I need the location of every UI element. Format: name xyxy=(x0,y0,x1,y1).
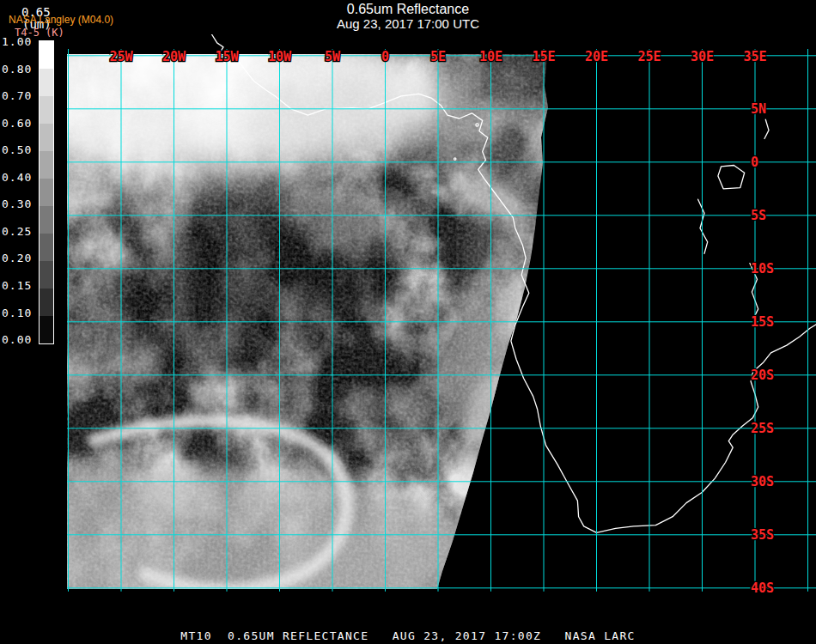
colorbar-segment xyxy=(40,234,53,261)
lat-label: 25S xyxy=(751,421,774,436)
colorbar-tick-label: 0.15 xyxy=(2,279,32,295)
lon-label: 15E xyxy=(532,49,555,64)
colorbar-tick-label: 0.25 xyxy=(2,225,32,240)
footer-caption: MT10 0.65UM REFLECTANCE AUG 23, 2017 17:… xyxy=(0,629,816,642)
lat-label: 40S xyxy=(751,580,774,594)
colorbar-segment xyxy=(40,41,53,69)
colorbar-tick-label: 0.10 xyxy=(2,307,32,322)
colorbar-tick-labels: 1.000.800.700.600.500.400.300.250.200.15… xyxy=(0,0,38,644)
lat-label: 20S xyxy=(751,368,774,383)
lon-label: 10W xyxy=(268,49,292,64)
lat-label: 5N xyxy=(751,101,766,117)
lat-label: 15S xyxy=(751,314,774,330)
title-block: 0.65um Reflectance Aug 23, 2017 17:00 UT… xyxy=(0,2,816,31)
colorbar-tick-label: 0.70 xyxy=(2,89,32,105)
lon-label: 20W xyxy=(162,49,186,64)
colorbar-tick-label: 0.30 xyxy=(2,197,32,213)
colorbar-tick-label: 1.00 xyxy=(2,35,32,51)
lon-label: 0 xyxy=(381,49,389,64)
lon-label: 10E xyxy=(479,49,502,64)
map-svg: 25W20W15W10W5W05E10E15E20E25E30E35E 5N05… xyxy=(67,34,816,594)
reflectance-colorbar xyxy=(39,40,54,344)
colorbar-tick-label: 0.80 xyxy=(2,63,32,78)
lon-label: 5W xyxy=(325,49,341,64)
latitude-labels: 5N05S10S15S20S25S30S35S40S xyxy=(751,101,774,594)
lake-tanganyika-outline xyxy=(698,199,708,253)
colorbar-tick-label: 0.20 xyxy=(2,252,32,267)
product-title: 0.65um Reflectance xyxy=(0,2,816,16)
lat-label: 5S xyxy=(751,208,766,223)
colorbar-tick-label: 0.60 xyxy=(2,117,32,132)
lat-label: 0 xyxy=(751,155,758,170)
colorbar-segment xyxy=(40,179,53,206)
lake-victoria-outline xyxy=(718,166,745,189)
colorbar-segment xyxy=(40,261,53,289)
lon-label: 30E xyxy=(691,49,714,64)
satellite-product-view: 0.65um Reflectance Aug 23, 2017 17:00 UT… xyxy=(0,0,816,644)
colorbar-segment xyxy=(40,69,53,96)
lon-label: 25W xyxy=(109,49,133,64)
colorbar-segment xyxy=(40,124,53,151)
lon-label: 35E xyxy=(743,49,766,64)
map-area: 25W20W15W10W5W05E10E15E20E25E30E35E 5N05… xyxy=(67,34,816,594)
satellite-imagery xyxy=(67,34,549,594)
colorbar-segment xyxy=(40,206,53,234)
lon-label: 15W xyxy=(215,49,239,64)
colorbar-tick-label: 0.50 xyxy=(2,143,32,159)
lon-label: 25E xyxy=(637,49,661,64)
lat-label: 35S xyxy=(751,527,774,543)
colorbar-tick-label: 0.40 xyxy=(2,171,32,186)
colorbar-segment xyxy=(40,151,53,179)
product-datetime: Aug 23, 2017 17:00 UTC xyxy=(0,16,816,31)
colorbar-segment xyxy=(40,289,53,316)
lat-label: 10S xyxy=(751,261,774,276)
lon-label: 20E xyxy=(585,49,608,64)
colorbar-segment xyxy=(40,316,53,343)
lake-turkana-outline xyxy=(764,119,769,138)
lat-label: 30S xyxy=(751,474,774,489)
colorbar-tick-label: 0.00 xyxy=(2,333,32,349)
lon-label: 5E xyxy=(430,49,446,64)
colorbar-segment xyxy=(40,96,53,124)
